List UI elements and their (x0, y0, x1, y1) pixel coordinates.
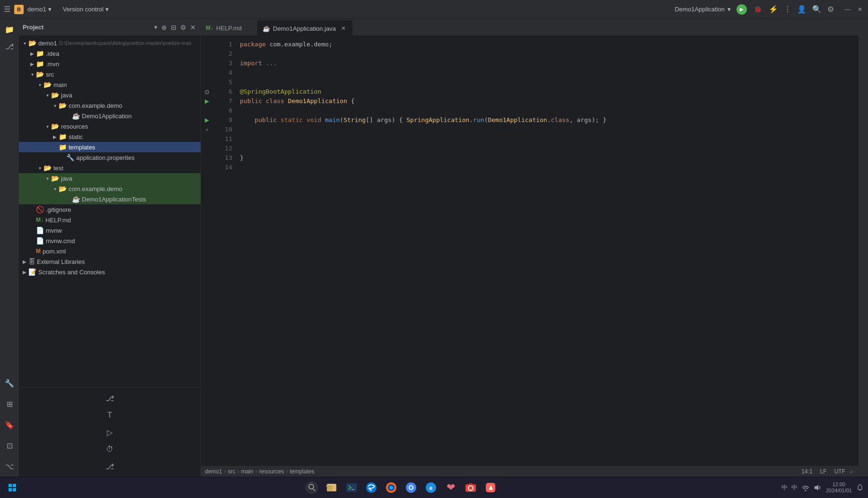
vcs-icon[interactable]: ⎇ (3, 40, 16, 53)
code-line-10 (240, 125, 859, 134)
taskbar-files[interactable] (323, 479, 340, 496)
tree-item-test[interactable]: ▾ 📂 test (19, 163, 201, 173)
tree-item-external-libs[interactable]: ▶ 🗄 External Libraries (19, 256, 201, 267)
coverage-icon[interactable]: ⚡ (769, 5, 778, 14)
tree-item-demo1app[interactable]: ▶ ☕ Demo1Application (19, 111, 201, 121)
panel-bottom-run-icon[interactable]: ▷ (103, 426, 116, 439)
breadcrumb-demo1[interactable]: demo1 (205, 468, 222, 475)
line-ending[interactable]: LF (820, 468, 827, 475)
taskbar-clock[interactable]: 12:002024/01/01 (826, 481, 852, 494)
panel-locate-icon[interactable]: ⊕ (160, 23, 168, 32)
structure-icon[interactable]: ⊞ (3, 397, 16, 411)
panel-collapse-icon[interactable]: ⊟ (170, 23, 177, 32)
panel-bottom-git-icon[interactable]: ⎇ (103, 392, 116, 405)
taskbar-ime[interactable]: 中 (791, 483, 798, 492)
taskbar-terminal[interactable] (343, 479, 360, 496)
account-icon[interactable]: 👤 (797, 5, 807, 14)
bookmark-icon[interactable]: 🔖 (3, 418, 16, 431)
gutter-collapse[interactable]: ▾ (201, 125, 212, 134)
debug-button[interactable]: 🐞 (753, 4, 763, 15)
panel-bottom-terminal-icon[interactable]: T (103, 409, 116, 422)
breadcrumb-main[interactable]: main (241, 468, 254, 475)
svg-point-4 (306, 482, 317, 493)
taskbar-app9[interactable]: ♟ (482, 479, 499, 496)
taskbar-ie[interactable]: e (422, 479, 439, 496)
taskbar-camera[interactable] (462, 479, 479, 496)
panel-settings-icon[interactable]: ⚙ (179, 23, 187, 32)
tab-demo1app[interactable]: ☕ Demo1Application.java ✕ (258, 20, 352, 35)
taskbar-firefox[interactable] (383, 479, 400, 496)
taskbar-heart[interactable]: ❤ (442, 479, 459, 496)
taskbar-input-method[interactable]: 中 (781, 483, 788, 492)
minimize-button[interactable]: — (843, 5, 852, 14)
tree-item-mvnw[interactable]: ▶ 📄 mvnw (19, 225, 201, 236)
tree-item-mvnwcmd[interactable]: ▶ 📄 mvnw.cmd (19, 236, 201, 246)
tree-item-package[interactable]: ▾ 📂 com.example.demo (19, 100, 201, 111)
tree-item-java-test[interactable]: ▾ 📂 java (19, 173, 201, 183)
panel-close-icon[interactable]: ✕ (189, 23, 197, 32)
taskbar-windows-btn[interactable] (4, 479, 21, 496)
taskbar-wifi-icon[interactable] (801, 483, 810, 492)
tree-item-demo1tests[interactable]: ▶ ☕ Demo1ApplicationTests (19, 194, 201, 204)
tree-item-static[interactable]: ▶ 📁 static (19, 131, 201, 142)
idea-arrow: ▶ (28, 50, 36, 57)
resize-handle[interactable]: ⊿ (847, 468, 855, 475)
tree-item-scratches[interactable]: ▶ 📝 Scratches and Consoles (19, 267, 201, 277)
git-icon[interactable]: ⌥ (3, 460, 16, 473)
gutter-run-class[interactable]: ▶ (201, 96, 212, 106)
tree-item-java-main[interactable]: ▾ 📂 java (19, 90, 201, 100)
package-test-label: com.example.demo (69, 185, 122, 192)
tree-item-templates[interactable]: ▶ 📁 templates (19, 142, 201, 152)
tree-item-gitignore[interactable]: ▶ 🚫 .gitignore (19, 204, 201, 215)
tree-item-main[interactable]: ▾ 📂 main (19, 79, 201, 90)
src-icon: 📂 (36, 70, 44, 78)
code-editor[interactable]: package com.example.demo; import ... @Sp… (236, 36, 859, 465)
tree-item-properties[interactable]: ▶ 🔧 application.properties (19, 152, 201, 163)
tabs-bar: M↓ HELP.md ☕ Demo1Application.java ✕ (201, 19, 859, 36)
taskbar-chrome[interactable] (403, 479, 420, 496)
run-config-dropdown-icon: ▾ (728, 6, 731, 13)
encoding[interactable]: UTF (834, 468, 845, 475)
taskbar-notification-icon[interactable] (856, 483, 864, 492)
code-line-5 (240, 78, 859, 87)
close-button[interactable]: ✕ (856, 5, 864, 14)
breadcrumb-templates[interactable]: templates (289, 468, 314, 475)
breadcrumb-src[interactable]: src (228, 468, 236, 475)
breadcrumb-resources[interactable]: resources (259, 468, 284, 475)
cursor-position[interactable]: 14:1 (801, 468, 812, 475)
run-configuration[interactable]: Demo1Application ▾ (675, 6, 731, 13)
tree-root[interactable]: ▾ 📂 demo1 D:\Develop\workspace\Ablog\poe… (19, 38, 201, 48)
tree-item-idea[interactable]: ▶ 📁 .idea (19, 48, 201, 59)
tab-demo1app-close[interactable]: ✕ (340, 25, 347, 32)
hamburger-menu[interactable]: ☰ (4, 5, 10, 14)
settings-icon[interactable]: ⚙ (827, 5, 834, 14)
terminal-icon[interactable]: ⊡ (3, 439, 16, 452)
tree-item-resources[interactable]: ▾ 📂 resources (19, 121, 201, 131)
version-control-selector[interactable]: Version control ▾ (63, 6, 109, 13)
run-button[interactable]: ▶ (736, 4, 747, 15)
tab-helpmd[interactable]: M↓ HELP.md (201, 20, 258, 35)
gutter-run-main[interactable]: ▶ (201, 115, 212, 125)
code-line-7: public class Demo1Application { (240, 96, 859, 106)
tree-item-pomxml[interactable]: ▶ M pom.xml (19, 246, 201, 256)
tree-item-src[interactable]: ▾ 📂 src (19, 69, 201, 79)
project-icon[interactable]: 📁 (3, 23, 16, 36)
panel-dropdown-arrow[interactable]: ▾ (154, 24, 158, 31)
project-selector[interactable]: demo1 ▾ (27, 6, 52, 13)
tree-item-package-test[interactable]: ▾ 📂 com.example.demo (19, 183, 201, 194)
static-arrow: ▶ (51, 133, 59, 140)
tree-item-helpmd[interactable]: ▶ M↓ HELP.md (19, 215, 201, 225)
panel-bottom-branch-icon[interactable]: ⎇ (103, 460, 116, 473)
taskbar-volume-icon[interactable] (814, 483, 822, 492)
more-run-icon[interactable]: ⋮ (784, 5, 791, 14)
code-line-4 (240, 68, 859, 78)
version-control-dropdown-icon: ▾ (105, 6, 109, 13)
tree-item-mvn[interactable]: ▶ 📁 .mvn (19, 59, 201, 69)
panel-bottom-time-icon[interactable]: ⏱ (103, 443, 116, 456)
mvn-label: .mvn (46, 61, 59, 68)
search-icon[interactable]: 🔍 (812, 5, 822, 14)
taskbar-search[interactable] (303, 479, 320, 496)
gutter-4 (201, 68, 212, 78)
taskbar-edge[interactable] (363, 479, 380, 496)
services-icon[interactable]: 🔧 (3, 376, 16, 390)
